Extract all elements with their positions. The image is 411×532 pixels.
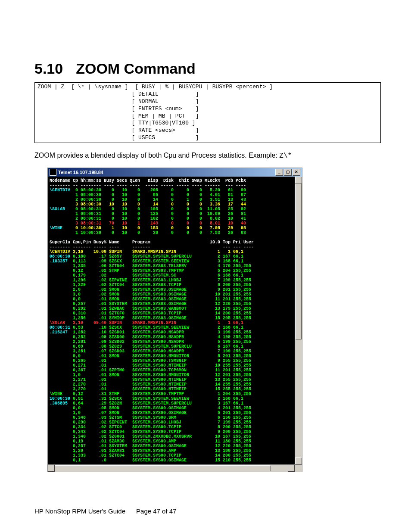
- window-minimize-button[interactable]: _: [275, 169, 283, 176]
- resize-grip[interactable]: [295, 465, 302, 472]
- description-text: ZOOM provides a blended display of both …: [34, 152, 279, 159]
- window-titlebar[interactable]: Telnet 16.107.198.84 _ ▢ ✕: [48, 168, 302, 177]
- description-paragraph: ZOOM provides a blended display of both …: [34, 152, 381, 160]
- description-code: Z\*: [279, 152, 292, 160]
- footer-page-number: Page 47 of 47: [136, 507, 176, 515]
- telnet-icon: [50, 169, 56, 176]
- window-maximize-button[interactable]: ▢: [284, 169, 292, 176]
- section-title: ZOOM Command: [76, 60, 196, 77]
- scroll-left-button[interactable]: [48, 465, 55, 472]
- syntax-box: ZOOM | Z [ \* | \sysname ] [ BUSY | % | …: [34, 82, 381, 143]
- window-title: Telnet 16.107.198.84: [58, 170, 275, 175]
- horizontal-scrollbar[interactable]: [48, 464, 302, 472]
- terminal-output: Nodename Cp hh:mm:ss Busy Secs QLen Disp…: [48, 177, 295, 464]
- scrollbar-thumb[interactable]: [296, 184, 302, 339]
- telnet-window: Telnet 16.107.198.84 _ ▢ ✕ Nodename Cp h…: [47, 168, 302, 472]
- footer-doc-title: HP NonStop RPM User's Guide: [34, 507, 125, 515]
- vertical-scrollbar[interactable]: [295, 177, 302, 464]
- scroll-right-button[interactable]: [288, 465, 295, 472]
- scrollbar-thumb-h[interactable]: [55, 465, 271, 471]
- section-number: 5.10: [34, 60, 63, 77]
- section-heading: 5.10ZOOM Command: [34, 60, 381, 77]
- window-close-button[interactable]: ✕: [293, 169, 300, 176]
- page-footer: HP NonStop RPM User's Guide Page 47 of 4…: [34, 507, 176, 515]
